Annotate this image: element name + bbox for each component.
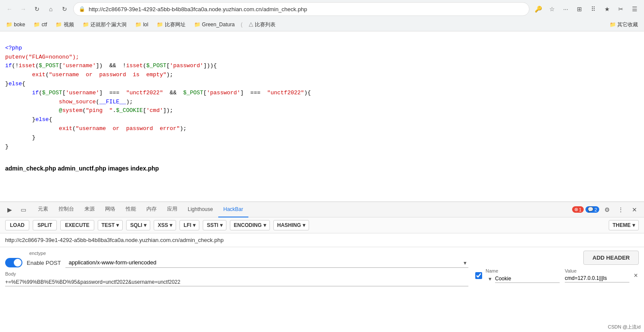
tab-elements[interactable]: 元素 (33, 202, 53, 202)
else-line: }else{ (5, 81, 25, 87)
bookmark-videos[interactable]: 📁 视频 (53, 20, 76, 29)
grid-icon[interactable]: ⠿ (587, 3, 599, 15)
bookmark-vuln[interactable]: 📁 还就那个漏大洞 (80, 20, 129, 29)
browser-toolbar: ← → ↻ ⌂ ↻ 🔒 🔑 ☆ ··· ⊞ ⠿ ★ ✂ ☰ (0, 0, 644, 18)
address-bar-actions: 🔑 ☆ ··· ⊞ ⠿ ★ ✂ ☰ (532, 3, 641, 15)
back-button[interactable]: ← (3, 3, 15, 15)
system-line: @system("ping ".$_COOKIE['cmd']); (5, 107, 173, 114)
key-icon[interactable]: 🔑 (532, 3, 544, 15)
extensions-icon[interactable]: ⊞ (573, 3, 585, 15)
file-list: admin_check.php admin_unctf.php images i… (5, 164, 639, 173)
bookmark-others[interactable]: 📁 其它收藏 (607, 20, 641, 29)
php-open-tag: <?php (5, 45, 22, 51)
php-source-code: <?php putenv("FLAG=nonono"); if(!isset($… (5, 35, 639, 160)
devtools-panel: ▶ ▭ 元素 控制台 来源 网络 性能 内存 应用 Lighthouse Hac… (0, 202, 644, 202)
show-source-line: show_source(__FILE__); (5, 99, 133, 105)
star-icon[interactable]: ☆ (546, 3, 558, 15)
tab-hackbar[interactable]: HackBar (218, 202, 248, 202)
lock-icon: 🔒 (79, 6, 85, 12)
tab-memory[interactable]: 内存 (141, 202, 162, 202)
menu-icon[interactable]: ☰ (629, 3, 641, 15)
bookmark-green-datura[interactable]: 📁 Green_Datura (192, 21, 237, 28)
history-button[interactable]: ↻ (59, 3, 71, 15)
fav-icon[interactable]: ★ (601, 3, 613, 15)
tab-lighthouse[interactable]: Lighthouse (183, 202, 218, 202)
address-input[interactable] (89, 6, 524, 12)
inner-close-brace: } (5, 134, 35, 141)
tab-console[interactable]: 控制台 (53, 202, 79, 202)
bookmark-lol[interactable]: 📁 lol (133, 21, 151, 28)
browser-chrome: ← → ↻ ⌂ ↻ 🔒 🔑 ☆ ··· ⊞ ⠿ ★ ✂ ☰ 📁 boke 📁 c… (0, 0, 644, 31)
tab-application[interactable]: 应用 (162, 202, 183, 202)
page-content: <?php putenv("FLAG=nonono"); if(!isset($… (0, 31, 644, 202)
home-button[interactable]: ⌂ (45, 3, 57, 15)
more-icon[interactable]: ··· (560, 3, 572, 15)
bookmark-contest-url[interactable]: 📁 比赛网址 (154, 20, 188, 29)
tools-icon[interactable]: ✂ (615, 3, 627, 15)
if-line: if(!isset($_POST['username']) && !isset(… (5, 62, 217, 69)
tab-sources[interactable]: 来源 (79, 202, 100, 202)
exit-error-line: exit("username or password error"); (5, 125, 186, 132)
outer-close-brace: } (5, 143, 9, 150)
tab-performance[interactable]: 性能 (121, 202, 141, 202)
forward-button[interactable]: → (17, 3, 29, 15)
bookmark-contest-list[interactable]: △ 比赛列表 (246, 20, 278, 29)
inner-if-line: if($_POST['username'] === "unctf2022" &&… (5, 90, 311, 96)
putenv-line: putenv("FLAG=nonono"); (5, 54, 79, 60)
bookmark-boke[interactable]: 📁 boke (3, 21, 28, 28)
exit-empty-line: exit("username or password is empty"); (5, 71, 173, 78)
reload-button[interactable]: ↻ (31, 3, 43, 15)
tab-network[interactable]: 网络 (100, 202, 121, 202)
address-bar-container[interactable]: 🔒 (73, 2, 529, 16)
nav-buttons: ← → ↻ ⌂ ↻ (3, 3, 71, 15)
bookmarks-bar: 📁 boke 📁 ctf 📁 视频 📁 还就那个漏大洞 📁 lol 📁 比赛网址… (0, 18, 644, 31)
inner-else-line: }else{ (5, 116, 52, 123)
bookmark-ctf[interactable]: 📁 ctf (31, 21, 50, 28)
